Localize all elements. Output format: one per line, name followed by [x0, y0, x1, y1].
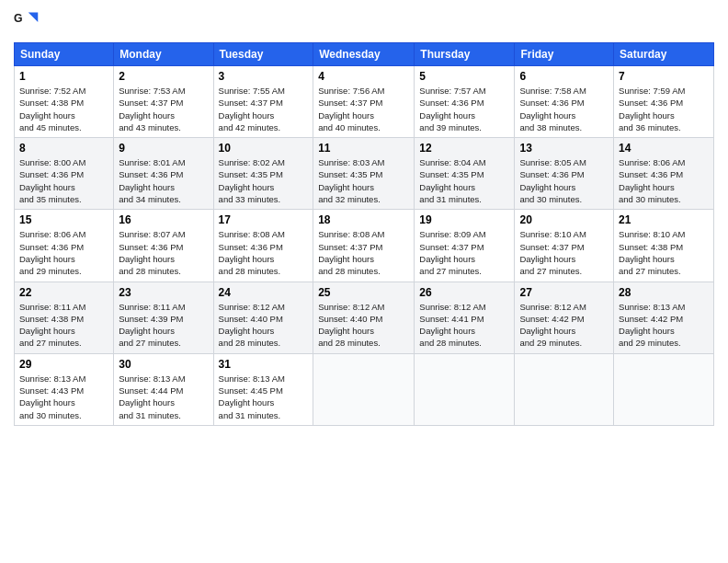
day-number: 7: [619, 70, 709, 83]
day-number: 23: [119, 286, 208, 299]
day-info: Sunrise: 8:06 AMSunset: 4:36 PMDaylight …: [619, 156, 709, 205]
calendar-cell: 27 Sunrise: 8:12 AMSunset: 4:42 PMDaylig…: [515, 282, 614, 353]
day-number: 28: [619, 286, 709, 299]
calendar-cell: [515, 353, 614, 425]
calendar-week-2: 8 Sunrise: 8:00 AMSunset: 4:36 PMDayligh…: [15, 138, 714, 210]
calendar-cell: 30 Sunrise: 8:13 AMSunset: 4:44 PMDaylig…: [114, 353, 213, 425]
day-number: 24: [219, 286, 309, 299]
day-number: 3: [219, 70, 309, 83]
weekday-header-wednesday: Wednesday: [313, 43, 415, 66]
calendar-cell: 16 Sunrise: 8:07 AMSunset: 4:36 PMDaylig…: [114, 210, 213, 282]
day-info: Sunrise: 8:13 AMSunset: 4:44 PMDaylight …: [119, 373, 208, 421]
weekday-header-monday: Monday: [114, 43, 213, 66]
day-number: 19: [419, 213, 509, 226]
day-info: Sunrise: 8:11 AMSunset: 4:39 PMDaylight …: [119, 301, 208, 350]
calendar-cell: 3 Sunrise: 7:55 AMSunset: 4:37 PMDayligh…: [213, 66, 313, 138]
day-info: Sunrise: 8:12 AMSunset: 4:41 PMDaylight …: [419, 301, 509, 350]
calendar-cell: 23 Sunrise: 8:11 AMSunset: 4:39 PMDaylig…: [114, 282, 213, 353]
calendar-cell: 14 Sunrise: 8:06 AMSunset: 4:36 PMDaylig…: [614, 138, 714, 210]
weekday-header-saturday: Saturday: [614, 43, 714, 66]
calendar-table: SundayMondayTuesdayWednesdayThursdayFrid…: [14, 42, 714, 426]
day-number: 16: [119, 213, 208, 226]
day-number: 12: [419, 142, 509, 155]
calendar-cell: [313, 353, 415, 425]
weekday-header-thursday: Thursday: [415, 43, 515, 66]
weekday-header-friday: Friday: [515, 43, 614, 66]
day-info: Sunrise: 8:09 AMSunset: 4:37 PMDaylight …: [419, 228, 509, 277]
day-number: 9: [119, 142, 208, 155]
day-info: Sunrise: 8:12 AMSunset: 4:40 PMDaylight …: [318, 301, 409, 350]
day-number: 4: [318, 70, 409, 83]
day-info: Sunrise: 8:03 AMSunset: 4:35 PMDaylight …: [318, 156, 409, 205]
calendar-week-1: 1 Sunrise: 7:52 AMSunset: 4:38 PMDayligh…: [15, 66, 714, 138]
day-number: 20: [519, 213, 609, 226]
calendar-cell: 22 Sunrise: 8:11 AMSunset: 4:38 PMDaylig…: [15, 282, 114, 353]
calendar-cell: 6 Sunrise: 7:58 AMSunset: 4:36 PMDayligh…: [515, 66, 614, 138]
calendar-cell: 2 Sunrise: 7:53 AMSunset: 4:37 PMDayligh…: [114, 66, 213, 138]
logo-icon: G: [14, 9, 40, 35]
calendar-cell: 12 Sunrise: 8:04 AMSunset: 4:35 PMDaylig…: [415, 138, 515, 210]
calendar-cell: 7 Sunrise: 7:59 AMSunset: 4:36 PMDayligh…: [614, 66, 714, 138]
day-number: 27: [519, 286, 609, 299]
calendar-cell: 26 Sunrise: 8:12 AMSunset: 4:41 PMDaylig…: [415, 282, 515, 353]
day-number: 18: [318, 213, 409, 226]
day-info: Sunrise: 8:13 AMSunset: 4:42 PMDaylight …: [619, 301, 709, 350]
weekday-header-sunday: Sunday: [15, 43, 114, 66]
day-number: 26: [419, 286, 509, 299]
day-info: Sunrise: 8:12 AMSunset: 4:40 PMDaylight …: [219, 301, 309, 350]
day-number: 22: [19, 286, 108, 299]
calendar-week-4: 22 Sunrise: 8:11 AMSunset: 4:38 PMDaylig…: [15, 282, 714, 353]
day-number: 11: [318, 142, 409, 155]
day-info: Sunrise: 8:01 AMSunset: 4:36 PMDaylight …: [119, 156, 208, 205]
calendar-cell: 18 Sunrise: 8:08 AMSunset: 4:37 PMDaylig…: [313, 210, 415, 282]
calendar-cell: 8 Sunrise: 8:00 AMSunset: 4:36 PMDayligh…: [15, 138, 114, 210]
calendar-cell: 15 Sunrise: 8:06 AMSunset: 4:36 PMDaylig…: [15, 210, 114, 282]
day-info: Sunrise: 8:00 AMSunset: 4:36 PMDaylight …: [19, 156, 108, 205]
day-number: 21: [619, 213, 709, 226]
day-number: 14: [619, 142, 709, 155]
day-number: 31: [219, 358, 309, 371]
calendar-cell: 19 Sunrise: 8:09 AMSunset: 4:37 PMDaylig…: [415, 210, 515, 282]
day-info: Sunrise: 7:53 AMSunset: 4:37 PMDaylight …: [119, 85, 208, 133]
calendar-cell: 5 Sunrise: 7:57 AMSunset: 4:36 PMDayligh…: [415, 66, 515, 138]
day-info: Sunrise: 8:13 AMSunset: 4:45 PMDaylight …: [219, 373, 309, 421]
day-number: 15: [19, 213, 108, 226]
page-header: G: [14, 9, 714, 35]
calendar-cell: [614, 353, 714, 425]
day-number: 30: [119, 358, 208, 371]
day-number: 5: [419, 70, 509, 83]
calendar-cell: 24 Sunrise: 8:12 AMSunset: 4:40 PMDaylig…: [213, 282, 313, 353]
logo: G: [14, 9, 43, 35]
day-info: Sunrise: 7:55 AMSunset: 4:37 PMDaylight …: [219, 85, 309, 133]
day-info: Sunrise: 8:12 AMSunset: 4:42 PMDaylight …: [519, 301, 609, 350]
calendar-cell: 31 Sunrise: 8:13 AMSunset: 4:45 PMDaylig…: [213, 353, 313, 425]
calendar-cell: 13 Sunrise: 8:05 AMSunset: 4:36 PMDaylig…: [515, 138, 614, 210]
day-number: 17: [219, 213, 309, 226]
day-info: Sunrise: 7:52 AMSunset: 4:38 PMDaylight …: [19, 85, 108, 133]
calendar-cell: 10 Sunrise: 8:02 AMSunset: 4:35 PMDaylig…: [213, 138, 313, 210]
day-info: Sunrise: 8:07 AMSunset: 4:36 PMDaylight …: [119, 228, 208, 277]
calendar-cell: 21 Sunrise: 8:10 AMSunset: 4:38 PMDaylig…: [614, 210, 714, 282]
day-info: Sunrise: 7:57 AMSunset: 4:36 PMDaylight …: [419, 85, 509, 133]
calendar-cell: 1 Sunrise: 7:52 AMSunset: 4:38 PMDayligh…: [15, 66, 114, 138]
day-number: 8: [19, 142, 108, 155]
day-info: Sunrise: 8:08 AMSunset: 4:36 PMDaylight …: [219, 228, 309, 277]
calendar-header-row: SundayMondayTuesdayWednesdayThursdayFrid…: [15, 43, 714, 66]
day-info: Sunrise: 8:11 AMSunset: 4:38 PMDaylight …: [19, 301, 108, 350]
day-info: Sunrise: 7:56 AMSunset: 4:37 PMDaylight …: [318, 85, 409, 133]
calendar-cell: 9 Sunrise: 8:01 AMSunset: 4:36 PMDayligh…: [114, 138, 213, 210]
day-info: Sunrise: 8:13 AMSunset: 4:43 PMDaylight …: [19, 373, 108, 421]
calendar-cell: 29 Sunrise: 8:13 AMSunset: 4:43 PMDaylig…: [15, 353, 114, 425]
weekday-header-tuesday: Tuesday: [213, 43, 313, 66]
svg-marker-1: [28, 13, 39, 23]
calendar-cell: 20 Sunrise: 8:10 AMSunset: 4:37 PMDaylig…: [515, 210, 614, 282]
day-info: Sunrise: 7:58 AMSunset: 4:36 PMDaylight …: [519, 85, 609, 133]
day-number: 6: [519, 70, 609, 83]
day-number: 29: [19, 358, 108, 371]
calendar-cell: 28 Sunrise: 8:13 AMSunset: 4:42 PMDaylig…: [614, 282, 714, 353]
calendar-cell: 17 Sunrise: 8:08 AMSunset: 4:36 PMDaylig…: [213, 210, 313, 282]
day-number: 13: [519, 142, 609, 155]
calendar-cell: 4 Sunrise: 7:56 AMSunset: 4:37 PMDayligh…: [313, 66, 415, 138]
day-info: Sunrise: 8:02 AMSunset: 4:35 PMDaylight …: [219, 156, 309, 205]
day-info: Sunrise: 8:05 AMSunset: 4:36 PMDaylight …: [519, 156, 609, 205]
